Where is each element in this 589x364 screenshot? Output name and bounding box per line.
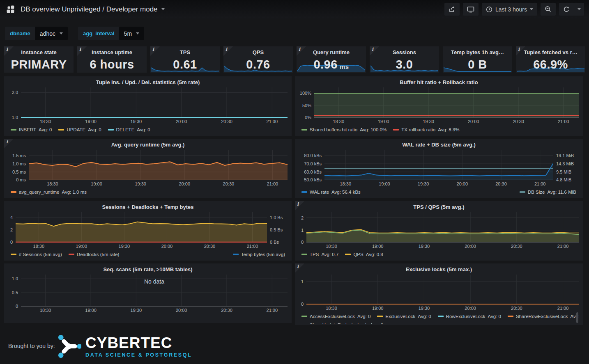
panel-legend: avg_query_runtimeAvg: 1.0 ms bbox=[8, 187, 288, 197]
stat-panel[interactable]: iInstance statePRIMARY bbox=[4, 46, 74, 73]
legend-label: AccessExclusiveLock bbox=[310, 314, 355, 319]
panel-title[interactable]: Avg. query runtime (5m avg.) bbox=[8, 140, 288, 150]
no-data-text: No data bbox=[144, 278, 164, 285]
y-tick-label: 0.5 bbox=[12, 290, 18, 295]
legend-item[interactable]: TPSAvg: 0.7 bbox=[301, 252, 338, 257]
legend-item[interactable]: Shared buffers hit ratioAvg: 100.0% bbox=[301, 127, 387, 132]
y-tick-label: 0 bbox=[16, 304, 18, 309]
legend-row: # Sessions (5m avg)Deadlocks (5m rate)Te… bbox=[11, 250, 287, 259]
legend-item[interactable]: INSERTAvg: 0 bbox=[11, 127, 52, 132]
cybertec-name: CYBERTEC bbox=[85, 335, 192, 350]
variable-dbname: dbname adhoc bbox=[5, 27, 68, 40]
stat-panel[interactable]: iQPS0.76 bbox=[223, 46, 293, 73]
legend-row: TPSAvg: 0.7QPSAvg: 0.8 bbox=[301, 250, 578, 259]
footer-text: Brought to you by: bbox=[8, 343, 55, 349]
y-tick-label: 0.5 ms bbox=[12, 169, 26, 174]
legend-item[interactable]: WAL rateAvg: 56.4 kBs bbox=[301, 190, 361, 195]
x-tick-label: 21:00 bbox=[267, 181, 278, 186]
panel-plot-area: 1.5 ms1.0 ms0.5 ms0 ms bbox=[8, 150, 288, 180]
panel-title[interactable]: WAL rate + DB size (5m avg.) bbox=[299, 140, 579, 150]
panel-title[interactable]: Sessions + Deadlocks + Temp bytes bbox=[8, 202, 288, 212]
legend-item[interactable]: QPSAvg: 0.8 bbox=[345, 252, 383, 257]
panel-title[interactable]: Seq. scans (5m rate, >10MB tables) bbox=[8, 264, 288, 275]
panel-title[interactable]: TPS / QPS (5m avg.) bbox=[299, 202, 579, 212]
x-tick-label: 20:00 bbox=[179, 181, 190, 186]
legend-avg: Avg: 0 bbox=[137, 127, 150, 132]
stat-panel[interactable]: iSessions3.0 bbox=[370, 46, 439, 73]
refresh-interval-button[interactable] bbox=[574, 3, 584, 16]
x-axis-labels: 18:3019:0019:3020:0020:3021:00 bbox=[314, 118, 579, 125]
nav-actions: Last 3 hours bbox=[444, 3, 584, 16]
tv-mode-button[interactable] bbox=[463, 3, 479, 16]
legend-label: QPS bbox=[353, 252, 363, 257]
time-range-button[interactable]: Last 3 hours bbox=[482, 3, 537, 16]
x-tick-label: 20:30 bbox=[513, 119, 524, 124]
plot-canvas[interactable] bbox=[29, 150, 288, 180]
legend-swatch bbox=[301, 129, 307, 130]
legend-avg: Avg: 0 bbox=[418, 314, 431, 319]
panel-title[interactable]: Buffer hit ratio + Rollback ratio bbox=[299, 77, 579, 87]
panel-info-icon[interactable]: i bbox=[370, 46, 379, 56]
variable-value-dropdown[interactable]: adhoc bbox=[35, 27, 68, 40]
panel-info-icon[interactable]: i bbox=[77, 46, 87, 56]
plot-canvas[interactable] bbox=[314, 87, 579, 118]
legend-item[interactable]: Temp bytes (5m avg) bbox=[233, 252, 285, 257]
plot-canvas[interactable] bbox=[306, 275, 579, 304]
x-tick-label: 19:30 bbox=[119, 244, 130, 249]
legend-item[interactable]: RowExclusiveLockAvg: 0 bbox=[438, 314, 501, 319]
refresh-button[interactable] bbox=[559, 3, 574, 16]
legend-item[interactable]: DELETEAvg: 0 bbox=[108, 127, 150, 132]
stat-value: 0 B bbox=[443, 56, 512, 73]
stat-panel[interactable]: iQuery runtime0.96ms bbox=[297, 46, 366, 73]
panel-info-icon[interactable]: i bbox=[297, 46, 306, 56]
legend-item[interactable]: avg_query_runtimeAvg: 1.0 ms bbox=[11, 190, 87, 195]
zoom-out-button[interactable] bbox=[541, 3, 556, 16]
stat-panel[interactable]: iInstance uptime6 hours bbox=[77, 46, 147, 73]
legend-item[interactable]: Deadlocks (5m rate) bbox=[69, 252, 120, 257]
panel-info-icon[interactable]: i bbox=[4, 46, 14, 56]
variable-value-dropdown[interactable]: 5m bbox=[119, 27, 144, 40]
legend-item[interactable]: AccessExclusiveLockAvg: 0 bbox=[301, 314, 370, 319]
plot-canvas[interactable] bbox=[324, 150, 553, 180]
y-axis-labels: 80.0 kBs70.0 kBs60.0 kBs50.0 kBs bbox=[299, 150, 324, 180]
legend-swatch bbox=[393, 129, 399, 130]
panel-info-icon[interactable]: i bbox=[150, 46, 160, 56]
time-range-label: Last 3 hours bbox=[495, 6, 527, 13]
y-tick-label: 0 bbox=[10, 240, 13, 245]
dashboard-title-button[interactable]: DB overview Unprivileged / Developer mod… bbox=[21, 5, 165, 14]
legend-item[interactable]: ShareRowExclusiveLockAvg: 0 bbox=[508, 314, 579, 319]
panel-title[interactable]: Tuple Ins. / Upd. / Del. statistics (5m … bbox=[8, 77, 288, 87]
stat-panel[interactable]: iTPS0.61 bbox=[150, 46, 220, 73]
stat-panel[interactable]: iTuples fetched vs r…66.9% bbox=[516, 46, 585, 73]
panel-info-icon[interactable]: i bbox=[295, 263, 304, 273]
panel-title[interactable]: Exclusive locks (5m max.) bbox=[299, 264, 579, 275]
x-tick-label: 18:30 bbox=[40, 308, 51, 313]
legend-item[interactable]: DB SizeAvg: 11.6 MiB bbox=[520, 190, 576, 195]
stat-value-number: PRIMARY bbox=[11, 58, 67, 71]
legend-item[interactable]: UPDATEAvg: 0 bbox=[58, 127, 101, 132]
panel-info-icon[interactable]: i bbox=[4, 139, 14, 148]
panel-info-icon[interactable]: i bbox=[295, 201, 304, 211]
legend-item[interactable]: ShareUpdateExclusiveLockAvg: 0 bbox=[301, 323, 383, 325]
legend-label: ExclusiveLock bbox=[385, 314, 415, 319]
chevron-down-icon bbox=[60, 32, 63, 34]
stat-panel[interactable]: Temp bytes 1h avg…0 B bbox=[443, 46, 512, 73]
legend-label: DB Size bbox=[528, 190, 545, 195]
grafana-menu-icon[interactable] bbox=[5, 4, 16, 15]
y-tick-label: 2.0 bbox=[12, 90, 18, 95]
legend-item[interactable]: TX rollback ratioAvg: 8.3% bbox=[393, 127, 459, 132]
plot-canvas[interactable] bbox=[306, 212, 579, 243]
plot-canvas[interactable] bbox=[16, 212, 267, 243]
y2-axis-labels: 19.1 MiB14.3 MiB9.5 MiB4.8 MiB bbox=[553, 150, 579, 180]
legend-item[interactable]: ExclusiveLockAvg: 0 bbox=[377, 314, 431, 319]
plot-canvas[interactable] bbox=[21, 87, 288, 118]
share-button[interactable] bbox=[444, 3, 460, 16]
info-i-glyph: i bbox=[6, 139, 8, 144]
info-i-glyph: i bbox=[518, 47, 520, 52]
legend-scrollbar[interactable] bbox=[576, 312, 578, 323]
legend-item[interactable]: # Sessions (5m avg) bbox=[11, 252, 62, 257]
plot-canvas[interactable]: No data bbox=[21, 275, 288, 307]
panel-info-icon[interactable]: i bbox=[516, 46, 525, 56]
panel-info-icon[interactable]: i bbox=[223, 46, 233, 56]
cybertec-logo[interactable]: CYBERTEC DATA SCIENCE & POSTGRESQL bbox=[58, 335, 192, 358]
